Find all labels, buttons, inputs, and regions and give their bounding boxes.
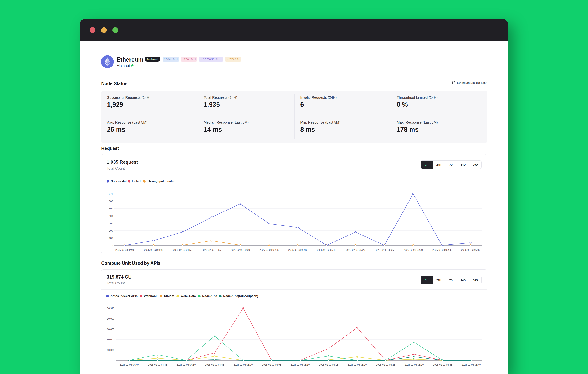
svg-text:2025-02-03 04:45: 2025-02-03 04:45	[148, 363, 167, 366]
svg-text:2025-02-03 05:05: 2025-02-03 05:05	[262, 363, 281, 366]
svg-text:2025-02-03 05:35: 2025-02-03 05:35	[433, 363, 452, 366]
svg-text:2025-02-03 04:40: 2025-02-03 04:40	[116, 249, 135, 251]
svg-text:2025-02-03 05:30: 2025-02-03 05:30	[405, 363, 424, 366]
svg-text:500: 500	[109, 207, 113, 210]
svg-text:2025-02-03 04:50: 2025-02-03 04:50	[177, 363, 196, 366]
svg-text:20,000: 20,000	[107, 349, 114, 351]
svg-text:2025-02-03 05:15: 2025-02-03 05:15	[317, 249, 336, 251]
svg-text:80,000: 80,000	[107, 318, 114, 320]
svg-text:2025-02-03 05:05: 2025-02-03 05:05	[260, 249, 279, 251]
svg-text:0: 0	[113, 359, 114, 362]
svg-text:2025-02-03 04:50: 2025-02-03 04:50	[173, 249, 192, 251]
svg-text:2025-02-03 05:40: 2025-02-03 05:40	[462, 363, 481, 366]
svg-text:2025-02-03 04:40: 2025-02-03 04:40	[120, 363, 139, 366]
svg-text:40,000: 40,000	[107, 338, 114, 341]
svg-text:100: 100	[109, 237, 113, 239]
svg-text:2025-02-03 05:30: 2025-02-03 05:30	[404, 249, 423, 251]
svg-text:671: 671	[109, 193, 113, 195]
svg-text:0: 0	[112, 244, 113, 247]
svg-text:2025-02-03 05:40: 2025-02-03 05:40	[461, 249, 481, 251]
svg-text:300: 300	[109, 222, 113, 225]
svg-text:2025-02-03 05:10: 2025-02-03 05:10	[291, 363, 310, 366]
svg-text:2025-02-03 05:25: 2025-02-03 05:25	[376, 363, 395, 366]
svg-text:2025-02-03 05:00: 2025-02-03 05:00	[234, 363, 253, 366]
svg-text:96,916: 96,916	[107, 307, 114, 309]
svg-text:2025-02-03 05:15: 2025-02-03 05:15	[319, 363, 338, 366]
svg-text:200: 200	[109, 229, 113, 232]
svg-text:2025-02-03 05:10: 2025-02-03 05:10	[288, 249, 307, 251]
svg-text:600: 600	[109, 200, 113, 203]
svg-text:2025-02-03 04:55: 2025-02-03 04:55	[202, 249, 221, 251]
svg-text:2025-02-03 04:55: 2025-02-03 04:55	[205, 363, 224, 366]
svg-text:2025-02-03 05:20: 2025-02-03 05:20	[348, 363, 367, 366]
svg-text:2025-02-03 05:20: 2025-02-03 05:20	[346, 249, 365, 251]
svg-text:60,000: 60,000	[107, 328, 114, 330]
svg-text:2025-02-03 05:35: 2025-02-03 05:35	[432, 249, 452, 251]
svg-text:2025-02-03 05:00: 2025-02-03 05:00	[231, 249, 250, 251]
svg-text:400: 400	[109, 215, 113, 217]
svg-text:2025-02-03 05:25: 2025-02-03 05:25	[375, 249, 394, 251]
svg-text:2025-02-03 04:45: 2025-02-03 04:45	[144, 249, 164, 251]
